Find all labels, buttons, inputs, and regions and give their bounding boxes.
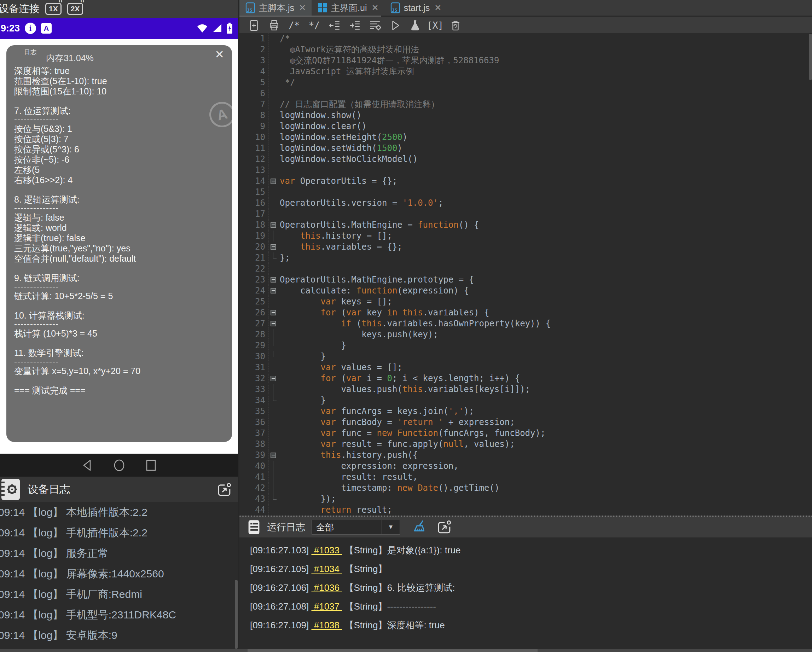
editor-scrollbar[interactable]	[809, 34, 812, 80]
line-number[interactable]: 1	[240, 33, 269, 44]
home-button[interactable]	[112, 458, 126, 472]
format-code-icon[interactable]	[365, 17, 385, 33]
line-number[interactable]: 13	[240, 165, 269, 176]
line-number[interactable]: 14	[240, 176, 269, 187]
log-filter-select[interactable]: 全部 ▼	[311, 520, 400, 535]
tab-主界面.ui[interactable]: 主界面.ui✕	[311, 0, 385, 15]
phone-screen-mirror[interactable]: 日志 内存31.04% ✕ 深度相等: true范围检查(5在1-10): tr…	[0, 39, 238, 454]
fold-marker-icon[interactable]	[269, 242, 280, 253]
overlay-close-icon[interactable]: ✕	[215, 49, 224, 60]
line-number[interactable]: 26	[240, 307, 269, 318]
line-number[interactable]: 35	[240, 406, 269, 417]
line-number[interactable]: 27	[240, 318, 269, 329]
line-number[interactable]: 43	[240, 494, 269, 504]
code-line-22: 22	[240, 264, 812, 274]
clear-log-brush-icon[interactable]	[413, 520, 427, 535]
line-number[interactable]: 3	[240, 55, 269, 66]
log-timestamp: [09:16:27.109]	[250, 620, 311, 631]
back-button[interactable]	[80, 458, 95, 472]
indent-icon[interactable]	[345, 17, 365, 33]
log-timestamp: [09:16:27.105]	[250, 564, 311, 574]
line-number[interactable]: 38	[240, 439, 269, 450]
device-log-list[interactable]: 09:14 【log】 本地插件版本:2.209:14 【log】 手机插件版本…	[0, 502, 238, 652]
line-number[interactable]: 17	[240, 209, 269, 219]
line-number[interactable]: 42	[240, 483, 269, 494]
line-number[interactable]: 12	[240, 154, 269, 165]
trash-icon[interactable]	[445, 17, 466, 33]
overlay-blank-line	[14, 339, 232, 348]
line-number[interactable]: 39	[240, 450, 269, 461]
line-number[interactable]: 19	[240, 230, 269, 242]
print-icon[interactable]	[264, 17, 284, 33]
bottom-scrollbar[interactable]	[0, 649, 812, 652]
line-number[interactable]: 16	[240, 198, 269, 209]
fold-marker-icon[interactable]	[269, 274, 280, 285]
fold-marker-icon[interactable]	[269, 373, 280, 384]
line-number[interactable]: 5	[240, 77, 269, 88]
fold-marker-icon[interactable]	[269, 318, 280, 329]
new-file-icon[interactable]	[244, 17, 264, 33]
zoom-2x-button[interactable]: 2X	[67, 3, 84, 15]
test-flask-icon[interactable]	[405, 17, 425, 33]
code-editor[interactable]: 1/*2 ◍AIwork运算符的高级封装和用法3 ◍交流QQ群711841924…	[240, 33, 812, 515]
comment-start-icon[interactable]: /*	[284, 17, 304, 33]
log-id-link[interactable]: #1038	[311, 620, 342, 631]
outdent-icon[interactable]	[324, 17, 345, 33]
tab-close-icon[interactable]: ✕	[299, 3, 306, 13]
line-number[interactable]: 40	[240, 461, 269, 472]
line-number[interactable]: 32	[240, 373, 269, 384]
fold-marker-icon[interactable]	[269, 219, 280, 230]
fold-marker-icon[interactable]	[269, 450, 280, 461]
line-number[interactable]: 37	[240, 428, 269, 439]
device-log-scrollbar[interactable]	[235, 580, 238, 649]
line-number[interactable]: 20	[240, 242, 269, 253]
fold-marker-icon[interactable]	[269, 285, 280, 296]
log-id-link[interactable]: #1033	[311, 545, 342, 556]
tab-close-icon[interactable]: ✕	[372, 3, 379, 13]
bottom-scrollbar-thumb[interactable]	[247, 649, 537, 652]
line-number[interactable]: 10	[240, 132, 269, 143]
line-number[interactable]: 23	[240, 274, 269, 285]
line-number[interactable]: 22	[240, 264, 269, 274]
line-number[interactable]: 6	[240, 88, 269, 99]
line-number[interactable]: 8	[240, 110, 269, 121]
line-number[interactable]: 4	[240, 66, 269, 77]
line-number[interactable]: 33	[240, 384, 269, 395]
fold-marker-icon[interactable]	[269, 307, 280, 318]
line-number[interactable]: 29	[240, 340, 269, 351]
line-number[interactable]: 15	[240, 187, 269, 198]
comment-end-icon[interactable]: */	[304, 17, 324, 33]
tab-主脚本.js[interactable]: JS主脚本.js✕	[240, 0, 311, 15]
line-number[interactable]: 21	[240, 253, 269, 264]
line-number[interactable]: 44	[240, 504, 269, 515]
line-number[interactable]: 24	[240, 285, 269, 296]
log-id-link[interactable]: #1034	[311, 564, 342, 574]
device-log-expand-icon[interactable]	[217, 482, 232, 497]
clear-vars-icon[interactable]: [X]	[425, 17, 445, 33]
line-number[interactable]: 28	[240, 329, 269, 340]
log-id-link[interactable]: #1037	[311, 601, 342, 612]
line-number[interactable]: 31	[240, 362, 269, 373]
code-text: var values = [];	[280, 362, 403, 373]
line-number[interactable]: 36	[240, 417, 269, 428]
line-number[interactable]: 2	[240, 44, 269, 55]
line-number[interactable]: 7	[240, 99, 269, 110]
fold-marker-icon[interactable]	[269, 176, 280, 187]
line-number[interactable]: 18	[240, 219, 269, 230]
run-log-expand-icon[interactable]	[437, 520, 452, 535]
code-line-17: 17	[240, 209, 812, 219]
fold-guide	[269, 55, 280, 66]
zoom-1x-button[interactable]: 1X	[45, 3, 61, 15]
line-number[interactable]: 11	[240, 143, 269, 154]
log-id-link[interactable]: #1036	[311, 582, 342, 593]
run-icon[interactable]	[385, 17, 405, 33]
tab-start.js[interactable]: JSstart.js✕	[385, 0, 447, 15]
line-number[interactable]: 41	[240, 472, 269, 483]
run-log-list[interactable]: [09:16:27.103] #1033 【String】是对象({a:1}):…	[240, 538, 812, 652]
line-number[interactable]: 9	[240, 121, 269, 132]
recents-button[interactable]	[144, 458, 158, 472]
tab-close-icon[interactable]: ✕	[434, 3, 441, 13]
line-number[interactable]: 30	[240, 351, 269, 362]
line-number[interactable]: 25	[240, 296, 269, 307]
line-number[interactable]: 34	[240, 395, 269, 406]
